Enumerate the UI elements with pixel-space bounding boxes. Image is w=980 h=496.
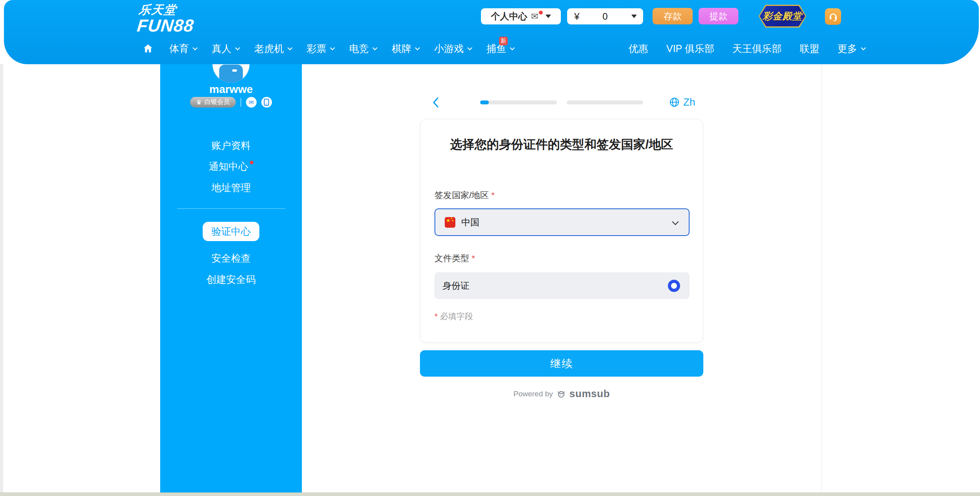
nav-lottery[interactable]: 彩票 <box>307 42 333 55</box>
language-switcher[interactable]: Zh <box>669 96 695 108</box>
nav-alliance[interactable]: 联盟 <box>800 42 819 55</box>
back-button[interactable] <box>430 96 442 109</box>
top-header: 乐天堂 FUN88 个人中心 ✉ ¥ 0 存款 提款 彩金殿堂 <box>4 0 979 64</box>
deposit-button[interactable]: 存款 <box>653 8 693 24</box>
verify-email-button[interactable]: ✉ <box>246 97 257 108</box>
horizontal-scrollbar[interactable] <box>0 492 980 496</box>
home-icon <box>142 43 153 54</box>
badge-divider <box>240 98 241 107</box>
nav-promotions[interactable]: 优惠 <box>629 42 648 55</box>
doc-type-field-label: 文件类型 * <box>435 253 475 264</box>
sumsub-logo-icon <box>557 389 566 399</box>
powered-by-row: Powered by sumsub <box>420 388 703 400</box>
sumsub-wordmark: sumsub <box>570 388 610 400</box>
nav-vip-club[interactable]: VIP 俱乐部 <box>666 42 714 55</box>
country-select[interactable]: ★★★ 中国 <box>435 208 690 236</box>
chevron-down-icon <box>330 45 335 50</box>
brand-logo-en: FUN88 <box>136 17 195 34</box>
jackpot-hall-inner: 彩金殿堂 <box>755 6 810 26</box>
sidebar-item-account-info[interactable]: 账户资料 <box>160 139 302 152</box>
balance-caret-icon <box>631 15 637 18</box>
sidebar-item-create-security-code[interactable]: 创建安全码 <box>160 273 302 286</box>
sidebar-item-notification-center[interactable]: 通知中心 <box>160 160 302 173</box>
new-badge: 新 <box>499 37 508 45</box>
doc-type-option-id-card[interactable]: 身份证 <box>435 272 690 299</box>
required-asterisk: * <box>435 312 438 321</box>
progress-fill <box>480 100 489 104</box>
customer-service-button[interactable] <box>825 8 841 25</box>
inbox-icon-wrap: ✉ <box>531 12 542 21</box>
card-title: 选择您的身份证件的类型和签发国家/地区 <box>420 135 703 154</box>
chevron-down-icon <box>235 45 240 50</box>
brand-logo-cn: 乐天堂 <box>138 4 196 16</box>
profile-menu-button[interactable]: 个人中心 ✉ <box>481 8 561 24</box>
mail-icon: ✉ <box>249 99 254 106</box>
progress-step-2 <box>567 100 643 104</box>
chevron-down-icon <box>372 45 377 50</box>
withdraw-button[interactable]: 提款 <box>699 8 738 24</box>
user-badges-row: ♛ 白银会员 ✉ <box>160 97 302 108</box>
language-label: Zh <box>683 96 695 108</box>
doc-type-option-label: 身份证 <box>442 280 470 292</box>
member-tier-badge[interactable]: ♛ 白银会员 <box>190 97 235 108</box>
headset-icon <box>828 11 838 22</box>
country-select-value: 中国 <box>461 216 479 228</box>
progress-step-1 <box>480 100 557 104</box>
page-left-margin <box>0 64 3 492</box>
select-chevron-icon <box>672 219 679 225</box>
chevron-down-icon <box>510 45 515 50</box>
nav-king-club[interactable]: 天王俱乐部 <box>732 42 782 55</box>
sidebar-item-security-check[interactable]: 安全检查 <box>160 252 302 265</box>
jackpot-hall-label: 彩金殿堂 <box>763 10 802 22</box>
powered-by-label: Powered by <box>513 390 553 398</box>
nav-board-games[interactable]: 棋牌 <box>392 42 418 55</box>
page: marwwe ♛ 白银会员 ✉ 账户资料 通知中心 地址管理 <box>0 0 980 496</box>
jackpot-hall-badge[interactable]: 彩金殿堂 <box>754 5 811 28</box>
required-fields-note: * 必填字段 <box>435 311 473 322</box>
avatar-body <box>219 65 243 83</box>
avatar-collar <box>232 69 237 72</box>
nav-home[interactable] <box>142 43 153 54</box>
required-asterisk: * <box>472 253 475 263</box>
chevron-down-icon <box>192 45 198 50</box>
notification-dot <box>250 161 253 164</box>
sidebar-divider <box>177 208 285 209</box>
account-sidebar: marwwe ♛ 白银会员 ✉ 账户资料 通知中心 地址管理 <box>160 64 302 492</box>
chevron-down-icon <box>861 45 866 50</box>
sidebar-item-address-management[interactable]: 地址管理 <box>160 181 302 194</box>
profile-menu-label: 个人中心 <box>491 10 527 22</box>
china-flag-icon: ★★★ <box>445 217 455 228</box>
verify-phone-button[interactable] <box>261 97 272 108</box>
profile-caret-icon <box>545 15 551 18</box>
continue-button[interactable]: 继续 <box>420 350 703 377</box>
username: marwwe <box>160 83 302 96</box>
sidebar-item-verification-center-active[interactable]: 验证中心 <box>203 222 259 241</box>
inbox-mail-icon: ✉ <box>531 11 538 21</box>
brand-logo[interactable]: 乐天堂 FUN88 <box>136 4 196 34</box>
chevron-down-icon <box>467 45 472 50</box>
required-asterisk: * <box>491 190 495 200</box>
back-chevron-icon <box>430 96 442 109</box>
member-tier-label: 白银会员 <box>205 98 230 106</box>
crown-icon: ♛ <box>196 99 202 106</box>
chevron-down-icon <box>287 45 292 50</box>
radio-selected-icon[interactable] <box>668 280 680 292</box>
phone-icon <box>264 98 269 106</box>
nav-sports[interactable]: 体育 <box>169 42 196 55</box>
globe-icon <box>669 97 680 108</box>
balance-dropdown[interactable]: ¥ 0 <box>567 8 643 24</box>
inbox-unread-dot <box>539 11 543 15</box>
document-select-card: 选择您的身份证件的类型和签发国家/地区 签发国家/地区 * ★★★ 中国 文件类… <box>420 119 703 343</box>
content-edge-divider <box>821 64 822 492</box>
nav-live-casino[interactable]: 真人 <box>212 42 239 55</box>
nav-mini-games[interactable]: 小游戏 <box>434 42 471 55</box>
nav-esports[interactable]: 电竞 <box>349 42 376 55</box>
nav-fishing[interactable]: 捕鱼 新 <box>486 42 513 55</box>
nav-more[interactable]: 更多 <box>838 42 864 55</box>
country-field-label: 签发国家/地区 * <box>435 189 495 201</box>
secondary-nav: 优惠 VIP 俱乐部 天王俱乐部 联盟 更多 <box>629 39 864 58</box>
chevron-down-icon <box>415 45 420 50</box>
nav-slots[interactable]: 老虎机 <box>254 42 291 55</box>
main-nav: 体育 真人 老虎机 彩票 电竞 棋牌 小游戏 捕鱼 新 <box>142 39 513 58</box>
